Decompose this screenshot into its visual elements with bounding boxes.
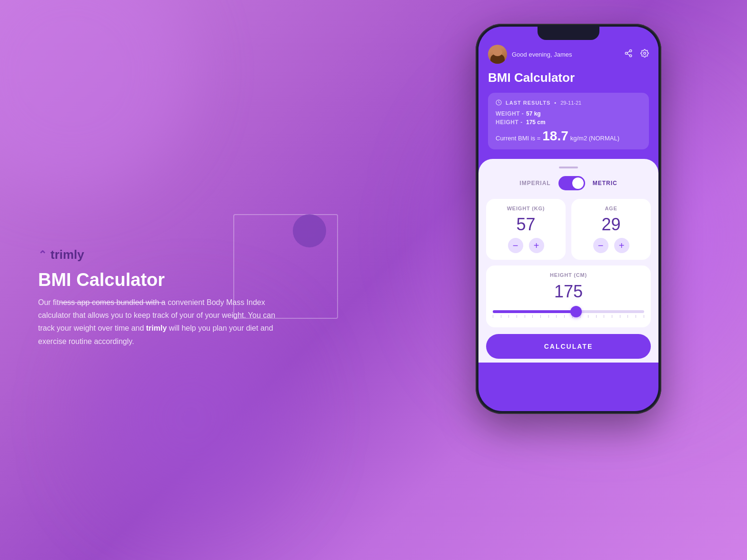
page-title: BMI Calculator: [38, 270, 165, 290]
tick: [508, 315, 509, 318]
tick: [612, 315, 612, 318]
app-title: BMI Calculator: [488, 70, 649, 85]
user-row: Good evening, James: [488, 45, 649, 64]
toggle-thumb: [572, 177, 584, 189]
bmi-value: 18.7: [542, 129, 568, 143]
tick: [525, 315, 525, 318]
weight-result-label: WEIGHT -: [496, 110, 524, 117]
weight-label: WEIGHT (kg): [507, 206, 545, 211]
brand-name-inline: trimly: [146, 324, 167, 332]
height-result-label: HEIGHT -: [496, 119, 524, 126]
tick: [620, 315, 620, 318]
greeting-text: Good evening, James: [512, 51, 572, 58]
tick: [501, 315, 501, 318]
last-results-dot: •: [554, 100, 557, 106]
tick: [604, 315, 604, 318]
deco-circle: [293, 214, 326, 247]
tick: [517, 315, 517, 318]
logo-icon: ⌃: [38, 249, 47, 261]
share-icon[interactable]: [624, 49, 633, 60]
height-value: 175: [493, 282, 644, 302]
unit-toggle-switch[interactable]: [558, 176, 585, 190]
phone-header: Good evening, James: [478, 27, 658, 159]
weight-decrease-button[interactable]: −: [508, 238, 523, 253]
weight-controls: − +: [508, 238, 544, 253]
left-description: Our fitness app comes bundled with a con…: [38, 296, 276, 348]
age-label: AGE: [605, 206, 617, 211]
bg-blob-2: [95, 322, 286, 512]
phone-inner: Good evening, James: [478, 27, 658, 411]
height-slider-container[interactable]: [493, 308, 644, 320]
weight-value: 57: [516, 216, 535, 233]
header-icons: [624, 49, 649, 60]
settings-icon[interactable]: [640, 49, 649, 60]
height-result-value: 175 cm: [526, 119, 546, 126]
user-info: Good evening, James: [488, 45, 572, 64]
tick: [596, 315, 597, 318]
bmi-row: Current BMI is = 18.7 kg/m2 (NORMAL): [496, 129, 641, 143]
svg-point-2: [629, 55, 632, 57]
tick: [556, 315, 557, 318]
age-controls: − +: [593, 238, 629, 253]
tick: [644, 315, 644, 318]
phone-notch: [538, 27, 599, 40]
bg-blob-1: [0, 0, 190, 190]
weight-age-row: WEIGHT (kg) 57 − + AGE 29 − +: [486, 199, 651, 260]
slider-thumb[interactable]: [570, 306, 582, 317]
age-decrease-button[interactable]: −: [593, 238, 608, 253]
age-card: AGE 29 − +: [571, 199, 651, 260]
tick: [588, 315, 588, 318]
height-card: HEIGHT (cm) 175: [486, 265, 651, 327]
svg-line-3: [627, 54, 629, 55]
svg-point-1: [625, 52, 627, 54]
age-value: 29: [601, 216, 620, 233]
drag-handle: [559, 167, 578, 168]
bmi-prefix: Current BMI is =: [496, 135, 540, 142]
height-result-row: HEIGHT - 175 cm: [496, 119, 641, 126]
left-panel: ⌃ trimly BMI Calculator Our fitness app …: [38, 247, 300, 348]
tick: [532, 315, 533, 318]
imperial-label: IMPERIAL: [519, 180, 550, 187]
calculate-button[interactable]: CALCULATE: [486, 334, 651, 359]
logo-text: trimly: [50, 247, 84, 262]
tick: [493, 315, 493, 318]
tick: [548, 315, 549, 318]
last-results-label: LAST RESULTS: [506, 100, 550, 106]
unit-toggle-row: IMPERIAL METRIC: [486, 176, 651, 190]
last-results-card: LAST RESULTS • 29-11-21 WEIGHT - 57 kg H…: [488, 93, 649, 149]
phone-wrapper: Good evening, James: [476, 24, 661, 414]
weight-result-value: 57 kg: [526, 110, 541, 117]
height-label: HEIGHT (cm): [493, 272, 644, 278]
brand-logo: ⌃ trimly: [38, 247, 300, 262]
svg-line-4: [627, 51, 629, 52]
slider-track: [493, 310, 644, 313]
clock-icon: [496, 99, 502, 106]
slider-ticks: [493, 315, 644, 318]
tick: [564, 315, 565, 318]
tick: [636, 315, 636, 318]
avatar: [488, 45, 507, 64]
age-increase-button[interactable]: +: [614, 238, 629, 253]
svg-point-5: [644, 52, 646, 54]
bmi-unit: kg/m2 (NORMAL): [570, 135, 619, 142]
svg-point-0: [629, 49, 632, 52]
weight-result-row: WEIGHT - 57 kg: [496, 110, 641, 117]
phone-card: IMPERIAL METRIC WEIGHT (kg) 57 − +: [478, 159, 658, 363]
last-results-header: LAST RESULTS • 29-11-21: [496, 99, 641, 106]
tick: [627, 315, 628, 318]
weight-increase-button[interactable]: +: [529, 238, 544, 253]
tick: [540, 315, 541, 318]
title-divider: [60, 302, 165, 303]
metric-label: METRIC: [593, 180, 618, 187]
last-results-date: 29-11-21: [560, 100, 581, 106]
slider-fill: [493, 310, 576, 313]
weight-card: WEIGHT (kg) 57 − +: [486, 199, 566, 260]
phone-frame: Good evening, James: [476, 24, 661, 414]
